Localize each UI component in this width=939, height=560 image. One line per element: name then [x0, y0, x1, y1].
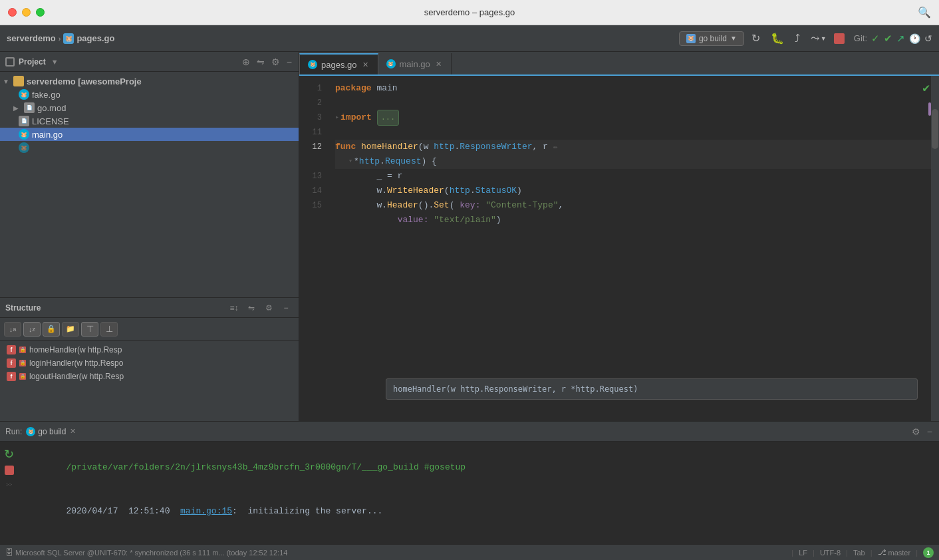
line-num-12b	[299, 154, 327, 169]
sort-btn-3[interactable]: 🔒	[43, 322, 60, 337]
code-content[interactable]: package main ▸ import ... func homeHandl…	[333, 76, 931, 421]
tab-maingo[interactable]: 🐹 main.go ✕	[378, 53, 452, 74]
license-label: LICENSE	[32, 116, 69, 126]
status-indent[interactable]: Tab	[853, 549, 865, 557]
close-button[interactable]	[8, 8, 17, 17]
tab-maingo-close[interactable]: ✕	[434, 59, 443, 69]
edit-hint-icon[interactable]: ✏	[553, 140, 558, 154]
tree-item-maingo[interactable]: 🐹 main.go	[0, 128, 299, 141]
code-type-statusok: StatusOK	[475, 184, 517, 198]
breadcrumb-project[interactable]: serverdemo	[7, 33, 56, 43]
project-collapse-button[interactable]: ⇋	[255, 55, 266, 69]
tree-item-fakego[interactable]: 🐹 fake.go	[0, 88, 299, 101]
struct-label-1: homeHandler(w http.Resp	[29, 345, 122, 354]
stop-button[interactable]	[834, 33, 845, 44]
git-branch[interactable]: ⎇ master	[878, 548, 911, 557]
structure-panel: Structure ≡↕ ⇋ ⚙ − ↓a ↓z 🔒 📁 ⊤ ⊥ f 🔒 hom…	[0, 298, 299, 421]
code-line15b-close: )	[496, 213, 501, 227]
tab-pagesgo[interactable]: 🐹 pages.go ✕	[299, 53, 378, 74]
run-tab[interactable]: 🐹 go build ✕	[26, 427, 76, 436]
root-chevron: ▼	[3, 78, 11, 85]
run-link-1[interactable]: main.go:15	[180, 506, 232, 516]
step-icon: ⤳	[811, 32, 819, 45]
status-encoding[interactable]: UTF-8	[820, 549, 841, 557]
run-settings-btn[interactable]: ⚙	[910, 425, 922, 438]
lock-badge-3: 🔒	[19, 373, 26, 380]
code-indent-value	[335, 213, 398, 227]
project-dropdown-icon[interactable]: ▼	[51, 58, 59, 66]
sort-toolbar: ↓a ↓z 🔒 📁 ⊤ ⊥	[0, 318, 299, 341]
struct-item-loginhandler[interactable]: f 🔒 loginHandler(w http.Respo	[0, 356, 299, 370]
struct-collapse-btn[interactable]: ⇋	[244, 301, 259, 315]
title-bar: serverdemo – pages.go 🔍	[0, 0, 939, 25]
tree-item-partial[interactable]: 🐹	[0, 141, 299, 154]
project-add-button[interactable]: ⊕	[241, 55, 251, 69]
code-line15-w: w.	[335, 198, 387, 213]
struct-sort-alpha-btn[interactable]: ≡↕	[227, 301, 241, 315]
code-fn-writeheader: WriteHeader	[387, 184, 444, 198]
git-update-icon[interactable]: ↗	[896, 33, 905, 45]
global-search-button[interactable]: 🔍	[918, 6, 931, 19]
tab-pagesgo-close[interactable]: ✕	[361, 60, 370, 70]
fold-icon-3[interactable]: ▸	[335, 110, 339, 125]
minimize-button[interactable]	[22, 8, 31, 17]
code-editor[interactable]: 1 2 3 11 12 13 14 15 package main	[299, 76, 939, 421]
run-expand-icon[interactable]: >>	[6, 482, 12, 488]
run-tab-label: go build	[38, 427, 66, 436]
tree-item-gomod[interactable]: ▶ 📄 go.mod	[0, 101, 299, 114]
sort-btn-4[interactable]: 📁	[62, 322, 79, 337]
status-db[interactable]: 🗄 Microsoft SQL Server @UNIT-670: * sync…	[5, 548, 287, 557]
sort-btn-1[interactable]: ↓a	[4, 322, 21, 337]
tree-root[interactable]: ▼ serverdemo [awesomeProje	[0, 74, 299, 88]
sort-btn-2[interactable]: ↓z	[23, 322, 41, 337]
fold-icon-12[interactable]: ▾	[348, 154, 352, 169]
code-line14-w: w.	[335, 184, 387, 198]
code-value-label: value:	[398, 213, 429, 227]
file-tree: ▼ serverdemo [awesomeProje 🐹 fake.go ▶ 📄…	[0, 72, 299, 297]
project-hide-button[interactable]: −	[285, 55, 293, 69]
notification-badge[interactable]: 1	[923, 547, 934, 558]
run-config-label: go build	[699, 34, 727, 43]
run-output-line-2: 2020/04/17 12:51:40 main.go:15: initiali…	[25, 490, 932, 533]
run-tab-close[interactable]: ✕	[70, 427, 76, 436]
gomod-icon: 📄	[24, 102, 35, 113]
rerun-button[interactable]: ↻	[748, 30, 763, 47]
code-key-label: key:	[460, 198, 480, 213]
tree-item-license[interactable]: 📄 LICENSE	[0, 114, 299, 128]
sort-btn-6[interactable]: ⊥	[100, 322, 118, 337]
code-line-15: w.Header().Set( key: "Content-Type",	[335, 198, 931, 213]
step-dropdown-button[interactable]: ⤳ ▼	[807, 30, 830, 47]
code-line13-content: _ = r	[335, 169, 402, 184]
run-rerun-button[interactable]: ↻	[4, 447, 14, 462]
step-over-button[interactable]: ⤴	[791, 31, 803, 47]
tab-maingo-icon: 🐹	[386, 59, 396, 69]
run-stop-button[interactable]	[5, 466, 14, 475]
func-badge-3: f	[7, 372, 16, 381]
scrollbar-thumb[interactable]	[932, 109, 938, 149]
maingo-icon: 🐹	[19, 129, 29, 140]
editor-scrollbar[interactable]	[931, 76, 939, 421]
project-panel: Project ▼ ⊕ ⇋ ⚙ − ▼ serverdemo [awesomeP…	[0, 52, 299, 298]
struct-settings-btn[interactable]: ⚙	[261, 301, 276, 315]
sort-btn-5[interactable]: ⊤	[81, 322, 98, 337]
maximize-button[interactable]	[36, 8, 45, 17]
struct-hide-btn[interactable]: −	[279, 301, 293, 315]
code-star: *	[354, 154, 359, 169]
breadcrumb-file[interactable]: pages.go	[76, 33, 114, 43]
run-hide-btn[interactable]: −	[926, 425, 934, 438]
line-num-2: 2	[299, 96, 327, 110]
project-settings-button[interactable]: ⚙	[270, 55, 281, 69]
status-sep-5: |	[916, 549, 918, 557]
git-rollback-icon[interactable]: ↺	[924, 33, 932, 44]
git-push-icon[interactable]: ✔	[884, 33, 892, 45]
fakego-label: fake.go	[32, 90, 61, 100]
debug-button[interactable]: 🐛	[767, 30, 787, 47]
struct-item-logouthandler[interactable]: f 🔒 logoutHandler(w http.Resp	[0, 370, 299, 383]
git-history-icon[interactable]: 🕐	[909, 33, 920, 44]
code-paren-open: (	[418, 140, 424, 154]
git-commit-icon[interactable]: ✓	[871, 33, 880, 45]
status-line-ending[interactable]: LF	[799, 549, 807, 557]
run-config-button[interactable]: 🐹 go build ▼	[679, 31, 744, 46]
editor-area: 🐹 pages.go ✕ 🐹 main.go ✕ 1 2 3 11 12 13 …	[299, 52, 939, 421]
struct-item-homehandler[interactable]: f 🔒 homeHandler(w http.Resp	[0, 343, 299, 356]
